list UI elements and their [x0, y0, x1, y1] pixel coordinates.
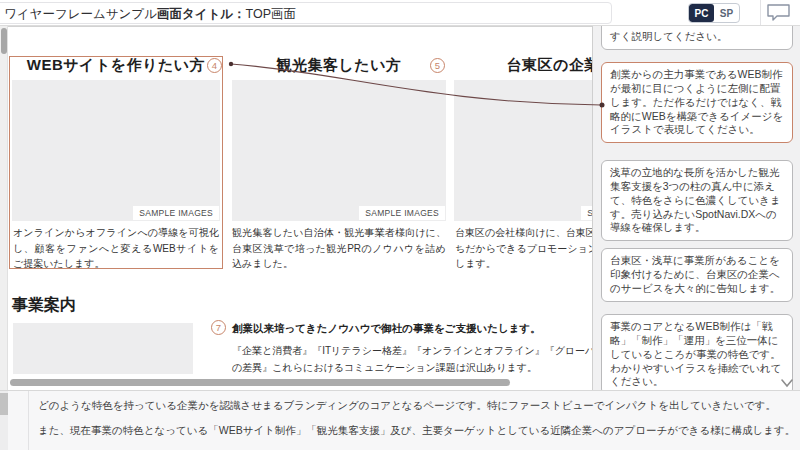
annotation-note[interactable]: 浅草の立地的な長所を活かした観光集客支援を3つの柱の真ん中に添えて、特色をさらに…	[601, 160, 793, 241]
annotation-note-text: 浅草の立地的な長所を活かした観光集客支援を3つの柱の真ん中に添えて、特色をさらに…	[610, 166, 781, 233]
page-note-line: どのような特色を持っている企業かを認識させまるブランディングのコアとなるページで…	[38, 399, 788, 413]
selected-element-outline[interactable]	[9, 56, 223, 269]
sample-images-label: SAMPLE IMAGES	[359, 206, 445, 220]
business-image-placeholder[interactable]	[13, 323, 193, 374]
title-value: TOP画面	[246, 7, 296, 21]
column-heading: 観光集客したい方	[230, 56, 448, 80]
annotation-marker-5[interactable]: 5	[430, 58, 445, 73]
comment-bubble-icon[interactable]	[766, 3, 792, 22]
annotation-marker-4[interactable]: 4	[207, 58, 222, 73]
column-heading: 台東区の企業様	[452, 56, 592, 80]
annotation-note-text: 台東区・浅草に事業所があることを印象付けるために、台東区の企業へのサービスを大々…	[610, 254, 780, 294]
vertical-scrollbar[interactable]	[0, 26, 8, 390]
toolbar: ワイヤーフレームサンプル画面タイトル：TOP画面 PC SP	[0, 0, 800, 26]
business-section-heading: 事業案内	[12, 295, 76, 316]
horizontal-scrollbar-thumb[interactable]	[10, 379, 510, 386]
column-description: 台東区の会社様向けに、台東区浅 ちだからできるプロモーションの します。	[455, 225, 592, 272]
screen-title: ワイヤーフレームサンプル画面タイトル：TOP画面	[4, 6, 296, 23]
image-placeholder[interactable]: SAMPLE IMAGES	[232, 80, 446, 221]
device-toggle: PC SP	[688, 3, 740, 23]
title-label: 画面タイトル：	[157, 7, 246, 21]
annotation-sidebar: すく説明してください。 創業からの主力事業であるWEB制作が最初に目につくように…	[592, 26, 800, 390]
annotation-note-text: 創業からの主力事業であるWEB制作が最初に目につくように左側に配置します。ただ作…	[610, 68, 783, 135]
chevron-down-icon[interactable]	[780, 374, 794, 384]
annotation-note-highlighted[interactable]: 創業からの主力事業であるWEB制作が最初に目につくように左側に配置します。ただ作…	[601, 62, 793, 143]
page-notes-panel: どのような特色を持っている企業かを認識させまるブランディングのコアとなるページで…	[0, 390, 800, 450]
business-body-text: 『企業と消費者』『ITリテラシー格差』『オンラインとオフライン』『グローバル化に…	[232, 342, 592, 376]
vertical-scrollbar-thumb[interactable]	[1, 28, 7, 54]
image-placeholder[interactable]: SAMPLE IMAGES	[454, 80, 592, 221]
app-window: ワイヤーフレームサンプル画面タイトル：TOP画面 PC SP WEBサイトを作り…	[0, 0, 800, 450]
description-line: します。	[455, 256, 592, 272]
toolbar-divider	[760, 0, 761, 25]
business-lead-text: 創業以来培ってきたノウハウで御社の事業をご支援いたします。	[232, 322, 588, 336]
pc-toggle-button[interactable]: PC	[689, 4, 714, 22]
footer-gutter	[0, 391, 8, 450]
description-line: 台東区の会社様向けに、台東区浅	[455, 225, 592, 241]
business-body-line: 『企業と消費者』『ITリテラシー格差』『オンラインとオフライン』『グローバル化に	[232, 342, 592, 359]
annotation-note-text: すく説明してください。	[610, 30, 727, 44]
sp-toggle-button[interactable]: SP	[714, 4, 739, 22]
footer-scrollbar-thumb[interactable]	[0, 393, 8, 415]
annotation-marker-7[interactable]: 7	[211, 320, 226, 335]
annotation-note[interactable]: 事業のコアとなるWEB制作は「戦略」「制作」「運用」を三位一体にしているところが…	[601, 314, 793, 390]
title-prefix: ワイヤーフレームサンプル	[4, 7, 157, 21]
footer-divider	[28, 391, 29, 450]
page-note-line: また、現在事業の特色となっている「WEBサイト制作」「観光集客支援」及び、主要タ…	[38, 424, 788, 438]
business-body-line: の差異』これらにおけるコミュニケーション課題は沢山あります。	[232, 359, 592, 376]
column-tourism: 観光集客したい方 SAMPLE IMAGES 観光集客したい自治体・観光事業者様…	[230, 56, 448, 272]
annotation-note[interactable]: 台東区・浅草に事業所があることを印象付けるために、台東区の企業へのサービスを大々…	[601, 248, 793, 302]
sample-images-label: SAMPLE IMAGES	[581, 206, 592, 220]
description-line: ちだからできるプロモーションの	[455, 241, 592, 257]
column-description: 観光集客したい自治体・観光事業者様向けに、台東区浅草で培った観光PRのノウハウを…	[232, 225, 446, 272]
column-taito-companies: 台東区の企業様 SAMPLE IMAGES 台東区の会社様向けに、台東区浅 ちだ…	[452, 56, 592, 272]
annotation-note[interactable]: すく説明してください。	[601, 26, 793, 50]
wireframe-canvas: WEBサイトを作りたい方 SAMPLE IMAGES オンラインからオフラインへ…	[8, 26, 592, 390]
annotation-note-text: 事業のコアとなるWEB制作は「戦略」「制作」「運用」を三位一体にしているところが…	[610, 320, 781, 387]
